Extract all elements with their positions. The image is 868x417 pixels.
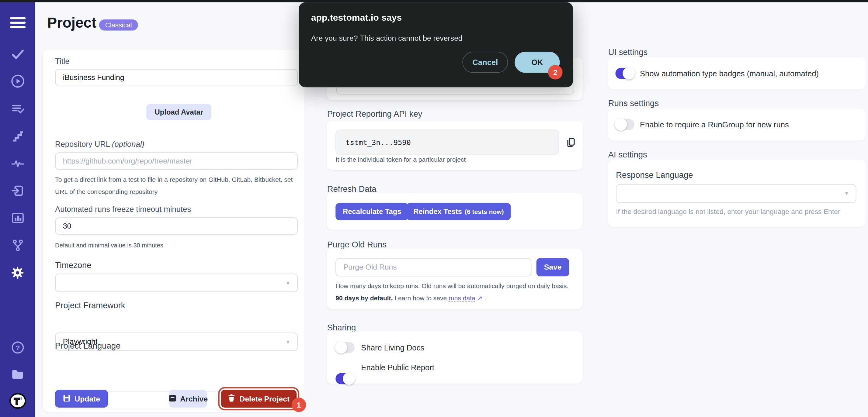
ai-hint: If the desired language is not listed, e… bbox=[616, 208, 840, 216]
project-settings-card: Title Upload Avatar Repository URL (opti… bbox=[43, 50, 304, 412]
reindex-count-note: (6 tests now) bbox=[465, 208, 504, 215]
check-icon[interactable] bbox=[0, 47, 35, 61]
delete-project-button[interactable]: Delete Project bbox=[221, 390, 297, 408]
trash-icon bbox=[228, 394, 236, 404]
ui-settings-heading: UI settings bbox=[608, 47, 648, 57]
dialog-message: Are you sure? This action cannot be reve… bbox=[311, 34, 463, 42]
repo-url-help: To get a direct link from a test to file… bbox=[55, 173, 302, 198]
public-report-label: Enable Public Report bbox=[361, 363, 434, 372]
purge-help: How many days to keep runs. Old runs wil… bbox=[336, 280, 571, 304]
chevron-down-icon: ▼ bbox=[844, 191, 849, 196]
svg-text:?: ? bbox=[16, 344, 20, 352]
overlay-marker-2: 2 bbox=[548, 65, 563, 79]
play-circle-icon[interactable] bbox=[0, 74, 35, 89]
sign-in-icon[interactable] bbox=[0, 184, 35, 198]
title-input[interactable] bbox=[55, 69, 298, 86]
api-key-heading: Project Reporting API key bbox=[327, 109, 423, 119]
save-icon bbox=[63, 394, 71, 403]
menu-icon[interactable] bbox=[0, 14, 35, 31]
gear-icon[interactable] bbox=[0, 265, 35, 280]
freeze-timeout-label: Automated runs freeze timeout minutes bbox=[55, 204, 191, 213]
ai-settings-card: Response Language ▼ If the desired langu… bbox=[608, 160, 866, 227]
repo-url-label: Repository URL (optional) bbox=[55, 139, 145, 148]
freeze-timeout-help: Default and minimal value is 30 minutes bbox=[55, 239, 163, 251]
sharing-heading: Sharing bbox=[327, 322, 356, 332]
confirm-dialog: app.testomat.io says Are you sure? This … bbox=[299, 2, 573, 87]
archive-icon bbox=[168, 394, 177, 403]
runs-settings-heading: Runs settings bbox=[608, 98, 659, 108]
runs-data-link[interactable]: runs data bbox=[448, 294, 475, 302]
chevron-down-icon: ▼ bbox=[286, 339, 290, 344]
share-living-docs-toggle[interactable] bbox=[336, 342, 354, 353]
purge-input[interactable] bbox=[336, 258, 531, 276]
archive-button[interactable]: Archive bbox=[169, 390, 207, 408]
external-link-icon: ↗ bbox=[477, 294, 483, 301]
sidebar: ? bbox=[0, 0, 35, 417]
public-report-toggle[interactable] bbox=[336, 373, 354, 384]
git-branch-icon[interactable] bbox=[0, 238, 35, 253]
bar-chart-icon[interactable] bbox=[0, 211, 35, 225]
api-key-card: tstmt_3n...9590 It is the individual tok… bbox=[327, 121, 583, 170]
automation-badges-label: Show automation type badges (manual, aut… bbox=[640, 69, 819, 78]
overlay-marker-1: 1 bbox=[292, 397, 306, 412]
page-title: Project bbox=[48, 14, 96, 32]
purge-heading: Purge Old Runs bbox=[327, 240, 386, 249]
reindex-tests-button[interactable]: Reindex Tests (6 tests now) bbox=[406, 203, 511, 220]
language-label: Project Language bbox=[55, 341, 120, 350]
purge-card: Save How many days to keep runs. Old run… bbox=[327, 249, 583, 309]
share-living-docs-label: Share Living Docs bbox=[361, 343, 424, 352]
cancel-button[interactable]: Cancel bbox=[462, 52, 508, 73]
title-label: Title bbox=[55, 57, 69, 66]
copy-icon[interactable] bbox=[563, 134, 579, 151]
project-type-badge: Classical bbox=[99, 20, 138, 31]
sharing-card: Share Living Docs Enable Public Report bbox=[327, 331, 583, 384]
ai-settings-heading: AI settings bbox=[608, 150, 647, 159]
window-top-edge bbox=[0, 0, 868, 2]
timezone-select[interactable]: ▼ bbox=[55, 274, 298, 292]
help-icon[interactable]: ? bbox=[0, 341, 35, 355]
ui-settings-card: Show automation type badges (manual, aut… bbox=[608, 57, 866, 89]
api-key-help: It is the individual token for a particu… bbox=[336, 155, 466, 164]
rungroup-label: Enable to require a RunGroup for new run… bbox=[640, 120, 789, 129]
chevron-down-icon: ▼ bbox=[286, 280, 290, 285]
refresh-data-card: Recalculate Tags Reindex Tests (6 tests … bbox=[327, 193, 583, 230]
folder-icon[interactable] bbox=[0, 367, 35, 381]
upload-avatar-button[interactable]: Upload Avatar bbox=[146, 104, 211, 120]
runs-settings-card: Enable to require a RunGroup for new run… bbox=[608, 108, 866, 141]
response-language-label: Response Language bbox=[616, 170, 693, 180]
repo-optional-note: (optional) bbox=[112, 139, 145, 148]
framework-label: Project Framework bbox=[55, 300, 125, 310]
refresh-data-heading: Refresh Data bbox=[327, 184, 376, 194]
response-language-select[interactable]: ▼ bbox=[616, 184, 856, 203]
repo-url-input[interactable] bbox=[55, 152, 298, 170]
recalculate-tags-button[interactable]: Recalculate Tags bbox=[336, 203, 408, 220]
automation-badges-toggle[interactable] bbox=[615, 68, 634, 79]
list-check-icon[interactable] bbox=[0, 102, 35, 117]
api-key-value: tstmt_3n...9590 bbox=[336, 129, 559, 154]
freeze-timeout-input[interactable] bbox=[55, 217, 298, 235]
save-button[interactable]: Save bbox=[536, 258, 569, 276]
steps-icon[interactable] bbox=[0, 129, 35, 143]
testomat-logo[interactable] bbox=[0, 392, 35, 410]
rungroup-toggle[interactable] bbox=[615, 119, 634, 130]
activity-icon[interactable] bbox=[0, 156, 35, 171]
update-button[interactable]: Update bbox=[55, 390, 108, 408]
timezone-label: Timezone bbox=[55, 260, 91, 269]
dialog-title: app.testomat.io says bbox=[311, 12, 402, 23]
